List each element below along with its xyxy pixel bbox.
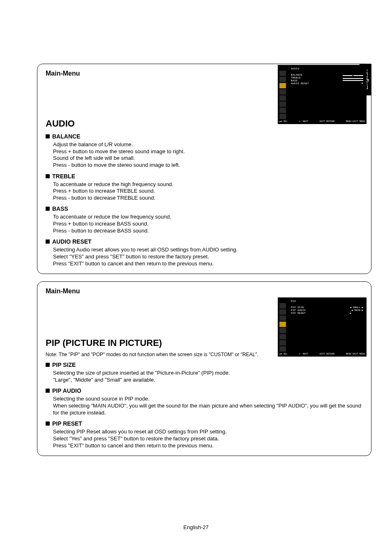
- osd-tile-icon: [279, 328, 286, 333]
- osd-footer-hint: +- NEXT: [299, 353, 308, 355]
- item-head-label: TREBLE: [52, 173, 75, 180]
- item-pip-audio: PIP AUDIO Selecting the sound source in …: [46, 387, 363, 416]
- osd-tile-icon: [279, 108, 286, 113]
- osd-preview-audio: AUDIO BALANCE TREBLE BASS AUDIO RESET ▶ …: [278, 65, 367, 124]
- item-audio-reset: AUDIO RESET Selecting Audio reset allows…: [46, 238, 363, 267]
- osd-preview-pip: PIP PIP SIZE PIP AUDIO PIP RESET ◀ SMALL…: [278, 297, 367, 357]
- item-body-text: Selecting Audio reset allows you to rese…: [46, 246, 363, 267]
- item-body-text: Selecting PIP Reset allows you to reset …: [46, 428, 363, 449]
- square-bullet-icon: [46, 421, 50, 426]
- osd-values: ◀ SMALL ▶ ◀ MAIN ▶ ▶: [350, 306, 363, 315]
- osd-tile-icon: [279, 340, 286, 345]
- triangle-right-icon: ▶: [343, 82, 363, 85]
- osd-menu-item: AUDIO RESET: [291, 83, 309, 85]
- item-balance: BALANCE Adjust the balance of L/R volume…: [46, 133, 363, 169]
- osd-sidebar-icons: [279, 71, 288, 119]
- osd-tile-icon: [279, 77, 286, 82]
- osd-menu-item: PIP RESET: [291, 312, 306, 315]
- osd-title: AUDIO: [291, 67, 300, 70]
- osd-footer: ▲▼ SEL +- NEXT EXIT RETURN MENU EXIT MEN…: [279, 120, 365, 123]
- osd-tile-icon: [279, 71, 286, 76]
- slider-icon: [343, 74, 363, 77]
- osd-tile-icon: [279, 89, 286, 94]
- triangle-right-icon: ▶: [350, 312, 363, 315]
- square-bullet-icon: [46, 240, 50, 244]
- osd-footer-hint: MENU EXIT MENU: [346, 353, 365, 355]
- item-body-text: Selecting the sound source in PIP mode. …: [46, 396, 363, 416]
- osd-footer-hint: +- NEXT: [299, 120, 308, 123]
- square-bullet-icon: [46, 389, 50, 393]
- osd-menu-list: PIP SIZE PIP AUDIO PIP RESET: [291, 306, 306, 315]
- osd-tile-icon: [279, 315, 286, 321]
- item-treble: TREBLE To accentuate or reduce the high …: [46, 173, 363, 202]
- item-head-label: PIP RESET: [52, 420, 82, 427]
- osd-tile-icon: [279, 95, 286, 101]
- item-body-text: Adjust the balance of L/R volume. Press …: [46, 141, 363, 169]
- osd-tile-icon: [279, 346, 286, 352]
- osd-footer: ▲▼ SEL +- NEXT EXIT RETURN MENU EXIT MEN…: [279, 353, 365, 355]
- page-number: English-27: [0, 524, 392, 530]
- osd-footer-hint: ▲▼ SEL: [279, 120, 288, 123]
- osd-values: ▶: [343, 74, 363, 85]
- square-bullet-icon: [46, 363, 50, 367]
- item-head-label: PIP AUDIO: [52, 387, 81, 394]
- item-pip-size: PIP SIZE Selecting the size of picture i…: [46, 362, 363, 383]
- osd-tile-icon: [279, 114, 286, 119]
- item-body-text: Selecting the size of picture inserted a…: [46, 370, 363, 383]
- item-body-text: To accentuate or reduce the low frequenc…: [46, 214, 363, 234]
- osd-title: PIP: [291, 300, 296, 303]
- item-head-label: AUDIO RESET: [52, 238, 92, 245]
- item-bass: BASS To accentuate or reduce the low fre…: [46, 205, 363, 234]
- osd-tile-icon: [279, 309, 286, 315]
- item-pip-reset: PIP RESET Selecting PIP Reset allows you…: [46, 420, 363, 449]
- osd-tile-selected-icon: [279, 83, 286, 88]
- bar-icon: [343, 78, 363, 79]
- square-bullet-icon: [46, 174, 50, 178]
- item-head-label: BASS: [52, 205, 68, 212]
- osd-tile-icon: [279, 101, 286, 107]
- osd-menu-list: BALANCE TREBLE BASS AUDIO RESET: [291, 74, 309, 85]
- osd-footer-hint: ▲▼ SEL: [279, 353, 288, 355]
- square-bullet-icon: [46, 134, 50, 138]
- osd-footer-hint: EXIT RETURN: [320, 353, 334, 355]
- osd-tile-icon: [279, 303, 286, 309]
- osd-footer-hint: MENU EXIT MENU: [346, 120, 365, 123]
- osd-tile-icon: [279, 334, 286, 339]
- item-head-label: PIP SIZE: [52, 362, 76, 368]
- mainmenu-label: Main-Menu: [46, 288, 363, 295]
- item-head-label: BALANCE: [52, 133, 80, 140]
- osd-value-text: ◀ MAIN ▶: [350, 309, 363, 312]
- item-body-text: To accentuate or reduce the high frequen…: [46, 181, 363, 202]
- osd-sidebar-icons: [279, 303, 288, 352]
- osd-footer-hint: EXIT RETURN: [320, 120, 334, 123]
- square-bullet-icon: [46, 207, 50, 211]
- bar-icon: [343, 80, 363, 81]
- osd-tile-selected-icon: [279, 322, 286, 327]
